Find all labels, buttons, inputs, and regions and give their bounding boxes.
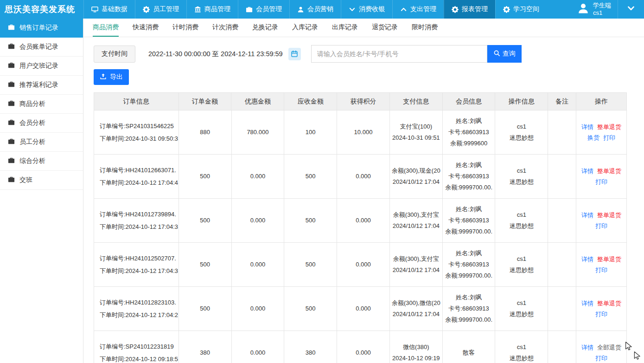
col-header-receivable: 应收金额 bbox=[284, 93, 337, 110]
action-link-refund-all[interactable]: 全部退货 bbox=[597, 344, 621, 351]
tab-timed-consume[interactable]: 计时消费 bbox=[172, 19, 198, 37]
pay-time-button[interactable]: 支付时间 bbox=[94, 45, 135, 63]
remark-cell bbox=[548, 110, 576, 155]
nav-item-base-data[interactable]: 基础数据 bbox=[83, 0, 135, 19]
member-info-cell: 姓名:刘飒 卡号:68603913 余额:9999700.00. bbox=[443, 155, 496, 199]
actions-cell: 详情整单退货 打印 bbox=[576, 155, 626, 199]
table-row: 订单编号:HH241012739894. 下单时间:2024-10-12 17:… bbox=[94, 199, 626, 243]
tab-goods-consume[interactable]: 商品消费 bbox=[93, 19, 119, 37]
action-link-detail[interactable]: 详情 bbox=[581, 300, 593, 307]
receivable-cell: 100 bbox=[284, 110, 337, 155]
discount-cell: 0.000 bbox=[232, 331, 285, 363]
action-link-detail[interactable]: 详情 bbox=[581, 212, 593, 219]
tab-inbound-records[interactable]: 入库记录 bbox=[292, 19, 318, 37]
nav-item-reports[interactable]: 报表管理 bbox=[444, 0, 495, 19]
user-menu[interactable]: 学生端 cs1 bbox=[571, 0, 618, 19]
search-group: 查询 bbox=[311, 45, 522, 63]
col-header-member-info: 会员信息 bbox=[443, 93, 496, 110]
collapse-menu-button[interactable] bbox=[618, 0, 644, 19]
action-link-refund-order[interactable]: 整单退货 bbox=[597, 123, 621, 130]
table-row: 订单编号:SP241031546225 下单时间:2024-10-31 09:5… bbox=[94, 110, 626, 155]
tab-limited-consume[interactable]: 限时消费 bbox=[412, 19, 438, 37]
date-range-control[interactable]: 2022-11-30 00:00:00 至 2024-12-11 23:59:5… bbox=[148, 48, 301, 60]
nav-item-learning[interactable]: 学习空间 bbox=[495, 0, 547, 19]
filter-bar: 支付时间 2022-11-30 00:00:00 至 2024-12-11 23… bbox=[94, 45, 644, 63]
export-button[interactable]: 导出 bbox=[94, 69, 129, 85]
tab-bar: 商品消费 快速消费 计时消费 计次消费 兑换记录 入库记录 出库记录 退货记录 … bbox=[83, 19, 644, 37]
operator-info-cell: cs1 迷思妙想 bbox=[495, 331, 548, 363]
discount-cell: 0.000 bbox=[232, 199, 285, 243]
sidebar-item-staff-analysis[interactable]: 员工分析 bbox=[0, 133, 83, 152]
points-cell: 0.000 bbox=[337, 155, 390, 199]
action-link-detail[interactable]: 详情 bbox=[581, 344, 593, 351]
action-link-detail[interactable]: 详情 bbox=[581, 256, 593, 263]
order-amount-cell: 500 bbox=[179, 287, 232, 331]
points-cell: 0.000 bbox=[337, 199, 390, 243]
nav-item-goods[interactable]: 商品管理 bbox=[186, 0, 238, 19]
sidebar: 销售订单记录 会员账单记录 用户交班记录 推荐返利记录 商品分析 会员分析 员工… bbox=[0, 19, 83, 363]
tab-quick-consume[interactable]: 快速消费 bbox=[133, 19, 159, 37]
member-info-cell: 姓名:刘飒 卡号:68603913 余额:9999700.00. bbox=[443, 287, 496, 331]
briefcase-icon bbox=[8, 119, 15, 127]
action-link-print[interactable]: 打印 bbox=[595, 266, 607, 273]
tab-return-records[interactable]: 退货记录 bbox=[372, 19, 398, 37]
order-amount-cell: 500 bbox=[179, 199, 232, 243]
sidebar-item-handover[interactable]: 交班 bbox=[0, 171, 83, 190]
order-info-cell: 订单编号:SP241031546225 下单时间:2024-10-31 09:5… bbox=[94, 110, 179, 155]
tab-exchange-records[interactable]: 兑换记录 bbox=[252, 19, 278, 37]
search-input[interactable] bbox=[311, 45, 487, 63]
points-cell: 0.000 bbox=[337, 331, 390, 363]
briefcase-icon bbox=[8, 81, 15, 89]
actions-cell: 详情整单退货 打印 bbox=[576, 243, 626, 287]
action-link-refund-order[interactable]: 整单退货 bbox=[597, 256, 621, 263]
sidebar-item-member-analysis[interactable]: 会员分析 bbox=[0, 114, 83, 133]
sidebar-item-referral-rebates[interactable]: 推荐返利记录 bbox=[0, 76, 83, 95]
receivable-cell: 500 bbox=[284, 287, 337, 331]
operator-info-cell: cs1 迷思妙想 bbox=[495, 287, 548, 331]
col-header-points: 获得积分 bbox=[337, 93, 390, 110]
actions-cell: 详情整单退货 打印 bbox=[576, 287, 626, 331]
col-header-order-amount: 订单金额 bbox=[179, 93, 232, 110]
nav-item-staff[interactable]: 员工管理 bbox=[135, 0, 186, 19]
nav-item-cashier[interactable]: 消费收银 bbox=[341, 0, 392, 19]
action-link-exchange[interactable]: 换货 bbox=[587, 134, 599, 141]
action-link-detail[interactable]: 详情 bbox=[581, 123, 593, 130]
sidebar-item-overall-analysis[interactable]: 综合分析 bbox=[0, 152, 83, 171]
points-cell: 0.000 bbox=[337, 287, 390, 331]
nav-item-expense[interactable]: 支出管理 bbox=[392, 0, 444, 19]
order-info-cell: 订单编号:HH241012739894. 下单时间:2024-10-12 17:… bbox=[94, 199, 179, 243]
action-link-print[interactable]: 打印 bbox=[595, 355, 607, 362]
action-link-detail[interactable]: 详情 bbox=[581, 168, 593, 175]
action-link-print[interactable]: 打印 bbox=[595, 178, 607, 185]
sidebar-item-sales-orders[interactable]: 销售订单记录 bbox=[0, 19, 83, 38]
briefcase-icon bbox=[8, 43, 15, 51]
calendar-icon[interactable] bbox=[288, 48, 301, 60]
user-name: cs1 bbox=[593, 9, 611, 17]
operator-info-cell: cs1 迷思妙想 bbox=[495, 110, 548, 155]
discount-cell: 0.000 bbox=[232, 155, 285, 199]
tab-outbound-records[interactable]: 出库记录 bbox=[332, 19, 358, 37]
order-amount-cell: 380 bbox=[179, 331, 232, 363]
export-icon bbox=[100, 73, 107, 81]
date-range-text[interactable]: 2022-11-30 00:00:00 至 2024-12-11 23:59:5… bbox=[148, 50, 283, 58]
chevron-down-icon bbox=[627, 4, 635, 14]
action-link-refund-order[interactable]: 整单退货 bbox=[597, 168, 621, 175]
receivable-cell: 380 bbox=[284, 331, 337, 363]
query-button[interactable]: 查询 bbox=[487, 45, 522, 63]
col-header-discount: 优惠金额 bbox=[231, 93, 284, 110]
receivable-cell: 500 bbox=[284, 155, 337, 199]
chevron-down-icon bbox=[349, 6, 356, 13]
action-link-print[interactable]: 打印 bbox=[595, 222, 607, 229]
col-header-pay-info: 支付信息 bbox=[390, 93, 443, 110]
nav-item-members[interactable]: 会员管理 bbox=[238, 0, 289, 19]
tab-count-consume[interactable]: 计次消费 bbox=[212, 19, 238, 37]
action-link-print[interactable]: 打印 bbox=[595, 311, 607, 318]
action-link-refund-order[interactable]: 整单退货 bbox=[597, 300, 621, 307]
sidebar-item-shift-records[interactable]: 用户交班记录 bbox=[0, 57, 83, 76]
sidebar-item-goods-analysis[interactable]: 商品分析 bbox=[0, 95, 83, 114]
action-link-refund-order[interactable]: 整单退货 bbox=[597, 212, 621, 219]
action-link-print[interactable]: 打印 bbox=[603, 134, 615, 141]
sidebar-item-member-bills[interactable]: 会员账单记录 bbox=[0, 38, 83, 57]
nav-item-marketing[interactable]: 会员营销 bbox=[289, 0, 341, 19]
order-info-cell: 订单编号:HH241012502707. 下单时间:2024-10-12 17:… bbox=[94, 243, 179, 287]
